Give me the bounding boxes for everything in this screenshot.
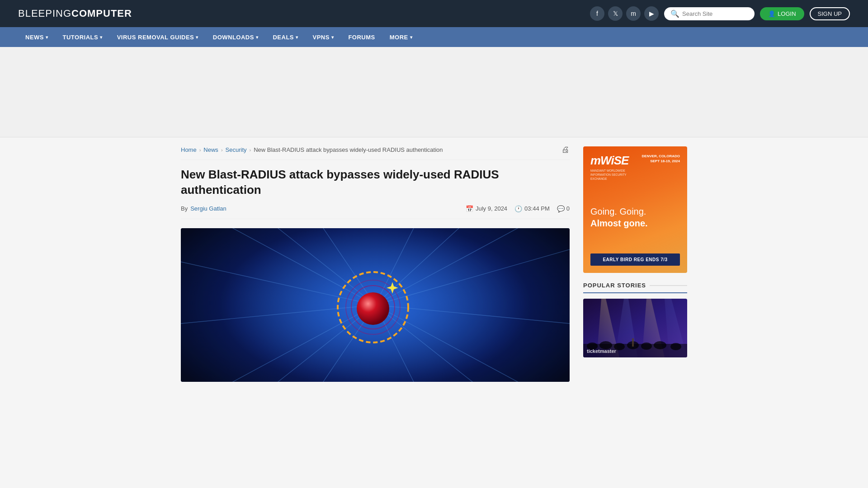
breadcrumb: Home › News › Security › New Blast-RADIU… [181,146,570,160]
breadcrumb-security[interactable]: Security [226,146,247,153]
sidebar: mWiSE MANDIANT WORLDWIDE INFORMATION SEC… [583,146,687,382]
breadcrumb-sep-1: › [199,147,201,153]
popular-stories: POPULAR STORIES [583,282,687,357]
breadcrumb-current: New Blast-RADIUS attack bypasses widely-… [254,146,443,153]
nav-tutorials[interactable]: TUTORIALS ▾ [56,27,110,47]
clock-icon: 🕐 [514,205,522,212]
logo-plain: BLEEPING [18,8,71,19]
svg-point-33 [641,343,652,350]
story-thumbnail[interactable]: ticketmaster [583,299,687,357]
nav-news[interactable]: NEWS ▾ [18,27,56,47]
ad-cta[interactable]: EARLY BIRD REG ENDS 7/3 [590,253,680,266]
article-date: 📅 July 9, 2024 [466,205,507,212]
nav-virus-chevron: ▾ [196,35,198,40]
header-right: f 𝕏 m ▶ 🔍 👤 LOGIN SIGN UP [590,6,850,21]
svg-point-21 [357,292,389,325]
article-section: Home › News › Security › New Blast-RADIU… [181,146,570,382]
breadcrumb-sep-2: › [221,147,223,153]
content-wrapper: Home › News › Security › New Blast-RADIU… [163,137,705,391]
ad-tagline-1: Going. Going. [590,206,680,217]
article-meta: By Sergiu Gatlan 📅 July 9, 2024 🕐 03:44 … [181,205,570,219]
nav-forums[interactable]: FORUMS [341,27,382,47]
nav-deals-chevron: ▾ [296,35,298,40]
by-label: By [181,205,188,212]
date-value: July 9, 2024 [476,205,507,212]
social-icons: f 𝕏 m ▶ [590,6,659,21]
ad-logo-sub: MANDIANT WORLDWIDE INFORMATION SECURITY … [590,169,641,181]
site-header: BLEEPINGCOMPUTER f 𝕏 m ▶ 🔍 👤 LOGIN SIGN … [0,0,868,27]
logo-bold: COMPUTER [71,8,132,19]
ad-location: DENVER, COLORADO SEPT 18-19, 2024 [641,154,680,164]
login-button[interactable]: 👤 LOGIN [760,7,804,20]
breadcrumb-news[interactable]: News [203,146,218,153]
facebook-icon[interactable]: f [590,6,604,21]
site-logo[interactable]: BLEEPINGCOMPUTER [18,8,132,19]
twitter-icon[interactable]: 𝕏 [608,6,623,21]
mastodon-icon[interactable]: m [626,6,641,21]
nav-more[interactable]: MORE ▾ [382,27,420,47]
svg-point-35 [670,343,681,350]
search-input[interactable] [682,10,748,17]
print-icon[interactable]: 🖨 [561,145,570,155]
calendar-icon: 📅 [466,205,473,212]
svg-rect-36 [632,338,634,347]
nav-virus-removal[interactable]: VIRUS REMOVAL GUIDES ▾ [110,27,206,47]
nav-downloads-chevron: ▾ [256,35,259,40]
search-icon: 🔍 [670,9,679,18]
nav-vpns[interactable]: VPNS ▾ [306,27,341,47]
comment-icon: 💬 [557,205,565,212]
article-meta-right: 📅 July 9, 2024 🕐 03:44 PM 💬 0 [466,205,570,212]
signup-button[interactable]: SIGN UP [810,7,850,20]
article-byline: By Sergiu Gatlan [181,205,226,212]
nav-deals[interactable]: DEALS ▾ [265,27,305,47]
main-nav: NEWS ▾ TUTORIALS ▾ VIRUS REMOVAL GUIDES … [0,27,868,47]
nav-tutorials-chevron: ▾ [100,35,103,40]
article-hero-image [181,228,570,382]
time-value: 03:44 PM [524,205,550,212]
ticketmaster-logo: ticketmaster [587,348,616,354]
bomb-svg [326,255,425,355]
svg-point-34 [654,341,666,349]
author-link[interactable]: Sergiu Gatlan [190,205,226,212]
sidebar-ad[interactable]: mWiSE MANDIANT WORLDWIDE INFORMATION SEC… [583,146,687,273]
nav-downloads[interactable]: DOWNLOADS ▾ [206,27,266,47]
ad-logo: mWiSE [590,154,628,168]
article-title: New Blast-RADIUS attack bypasses widely-… [181,167,570,198]
search-box[interactable]: 🔍 [664,7,755,20]
nav-more-chevron: ▾ [410,35,413,40]
user-icon: 👤 [768,10,775,17]
youtube-icon[interactable]: ▶ [644,6,659,21]
ad-tagline-2: Almost gone. [590,217,680,229]
popular-stories-title: POPULAR STORIES [583,282,687,293]
breadcrumb-sep-3: › [250,147,251,153]
nav-news-chevron: ▾ [46,35,48,40]
breadcrumb-home[interactable]: Home [181,146,197,153]
top-ad-banner [0,47,868,137]
comments-value: 0 [566,205,570,212]
comments-count[interactable]: 💬 0 [557,205,570,212]
article-time: 🕐 03:44 PM [514,205,550,212]
nav-vpns-chevron: ▾ [331,35,334,40]
